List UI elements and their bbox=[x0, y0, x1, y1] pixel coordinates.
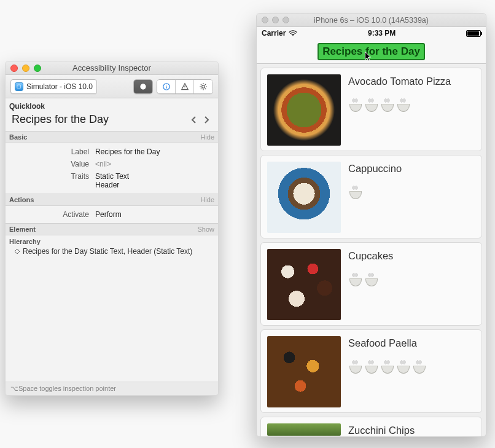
info-pane-button[interactable] bbox=[157, 80, 176, 93]
inspector-titlebar[interactable]: Accessibility Inspector bbox=[6, 61, 218, 75]
bowl-icon bbox=[348, 188, 362, 199]
app-nav-bar: Recipes for the Day bbox=[257, 39, 486, 64]
app-title-text: Recipes for the Day bbox=[322, 45, 420, 57]
recipe-card-cupcakes[interactable]: Cupcakes bbox=[260, 242, 482, 326]
status-time: 9:33 PM bbox=[297, 29, 466, 37]
section-actions-label: Actions bbox=[9, 196, 34, 203]
basic-value-value: <nil> bbox=[95, 160, 214, 168]
inspection-target-dropdown[interactable]: ▢ Simulator - iOS 10.0 bbox=[10, 79, 97, 94]
bowl-icon bbox=[348, 101, 362, 112]
quicklook-prev-button[interactable] bbox=[189, 114, 200, 125]
recipe-image bbox=[267, 423, 341, 436]
section-actions-header[interactable]: Actions Hide bbox=[6, 194, 218, 206]
zoom-icon[interactable] bbox=[34, 65, 41, 72]
quicklook-value: Recipes for the Day bbox=[12, 113, 109, 126]
svg-point-1 bbox=[142, 85, 144, 87]
bowl-icon bbox=[364, 275, 378, 286]
section-basic-label: Basic bbox=[9, 133, 27, 141]
bowl-icon bbox=[380, 101, 394, 112]
section-basic-header[interactable]: Basic Hide bbox=[6, 131, 218, 143]
simulator-titlebar[interactable]: iPhone 6s – iOS 10.0 (14A5339a) bbox=[257, 14, 486, 27]
section-element-toggle[interactable]: Show bbox=[197, 226, 214, 233]
close-icon[interactable] bbox=[10, 65, 18, 72]
basic-label-key: Label bbox=[9, 147, 95, 156]
bowl-icon bbox=[364, 101, 378, 112]
recipe-name: Seafood Paella bbox=[348, 337, 426, 349]
toolbar-panes-segment bbox=[157, 79, 213, 94]
section-basic-toggle[interactable]: Hide bbox=[200, 133, 214, 141]
chevron-left-icon bbox=[190, 116, 198, 124]
settings-pane-button[interactable] bbox=[194, 80, 212, 93]
hierarchy-label: Hierarchy bbox=[6, 235, 218, 245]
recipe-card-paella[interactable]: Seafood Paella bbox=[260, 329, 482, 413]
trait-static-text: Static Text bbox=[95, 172, 129, 181]
crosshair-icon bbox=[139, 82, 147, 91]
gear-icon bbox=[199, 82, 208, 91]
section-element-label: Element bbox=[9, 226, 36, 233]
recipe-image bbox=[267, 74, 341, 146]
recipe-card-zucchini[interactable]: Zucchini Chips bbox=[260, 417, 482, 436]
app-title-highlighted[interactable]: Recipes for the Day bbox=[318, 43, 425, 60]
inspection-target-label: Simulator - iOS 10.0 bbox=[26, 82, 93, 91]
bowl-icon bbox=[364, 363, 378, 374]
point-inspect-button[interactable] bbox=[134, 80, 152, 93]
chevron-right-icon bbox=[203, 116, 210, 124]
recipe-name: Cupcakes bbox=[348, 250, 393, 262]
bowl-icon bbox=[348, 275, 362, 286]
section-element-header[interactable]: Element Show bbox=[6, 223, 218, 235]
svg-point-8 bbox=[293, 35, 294, 36]
recipe-difficulty bbox=[348, 275, 393, 286]
battery-icon bbox=[466, 30, 481, 37]
actions-activate-key: Activate bbox=[9, 210, 95, 219]
carrier-label: Carrier bbox=[262, 29, 286, 37]
section-actions-toggle[interactable]: Hide bbox=[200, 196, 214, 203]
bowl-icon bbox=[380, 363, 394, 374]
perform-button[interactable]: Perform bbox=[95, 210, 122, 219]
quicklook-label: Quicklook bbox=[6, 98, 218, 112]
recipe-name: Zucchini Chips bbox=[348, 425, 415, 436]
wifi-icon bbox=[289, 29, 297, 37]
bowl-icon bbox=[412, 363, 426, 374]
toolbar-mode-segment bbox=[133, 79, 153, 94]
info-icon bbox=[162, 82, 171, 91]
inspector-toolbar: ▢ Simulator - iOS 10.0 bbox=[6, 75, 218, 98]
hierarchy-row[interactable]: Recipes for the Day Static Text, Header … bbox=[6, 245, 218, 257]
recipe-name: Cappuccino bbox=[348, 163, 402, 175]
basic-traits-value: Static Text Header bbox=[95, 172, 214, 189]
svg-point-7 bbox=[202, 85, 205, 88]
hierarchy-row-text: Recipes for the Day Static Text, Header … bbox=[23, 247, 192, 256]
bowl-icon bbox=[348, 363, 362, 374]
ios-status-bar: Carrier 9:33 PM bbox=[257, 27, 486, 39]
bowl-icon bbox=[396, 101, 410, 112]
recipe-difficulty bbox=[348, 363, 426, 374]
minimize-icon[interactable] bbox=[22, 65, 29, 72]
disclosure-icon bbox=[14, 248, 20, 254]
recipe-card-pizza[interactable]: Avocado Tomato Pizza bbox=[260, 68, 482, 151]
trait-header: Header bbox=[95, 181, 119, 189]
svg-point-4 bbox=[166, 84, 166, 85]
recipe-card-cappuccino[interactable]: Cappuccino bbox=[260, 155, 482, 238]
basic-label-value: Recipes for the Day bbox=[95, 147, 214, 156]
inspector-statusbar: ⌥Space toggles inspection pointer bbox=[6, 382, 218, 395]
svg-point-6 bbox=[184, 88, 185, 88]
audit-pane-button[interactable] bbox=[176, 80, 194, 93]
inspector-body: Quicklook Recipes for the Day Basic Hide… bbox=[6, 98, 218, 395]
quicklook-next-button[interactable] bbox=[201, 114, 212, 125]
recipe-name: Avocado Tomato Pizza bbox=[348, 76, 451, 87]
recipe-image bbox=[267, 162, 341, 233]
basic-value-key: Value bbox=[9, 160, 95, 168]
simulator-title: iPhone 6s – iOS 10.0 (14A5339a) bbox=[257, 16, 486, 25]
inspector-statusbar-text: ⌥Space toggles inspection pointer bbox=[10, 385, 116, 393]
recipe-list[interactable]: Avocado Tomato Pizza Cappuccino bbox=[257, 64, 486, 436]
accessibility-inspector-window: Accessibility Inspector ▢ Simulator - iO… bbox=[5, 61, 219, 396]
simulator-app-icon: ▢ bbox=[15, 82, 23, 91]
simulator-window: iPhone 6s – iOS 10.0 (14A5339a) Carrier … bbox=[256, 13, 486, 437]
recipe-difficulty bbox=[348, 188, 402, 199]
recipe-image bbox=[267, 249, 341, 320]
recipe-image bbox=[267, 336, 341, 407]
warning-icon bbox=[181, 82, 189, 91]
bowl-icon bbox=[396, 363, 410, 374]
basic-traits-key: Traits bbox=[9, 172, 95, 189]
recipe-difficulty bbox=[348, 101, 451, 112]
